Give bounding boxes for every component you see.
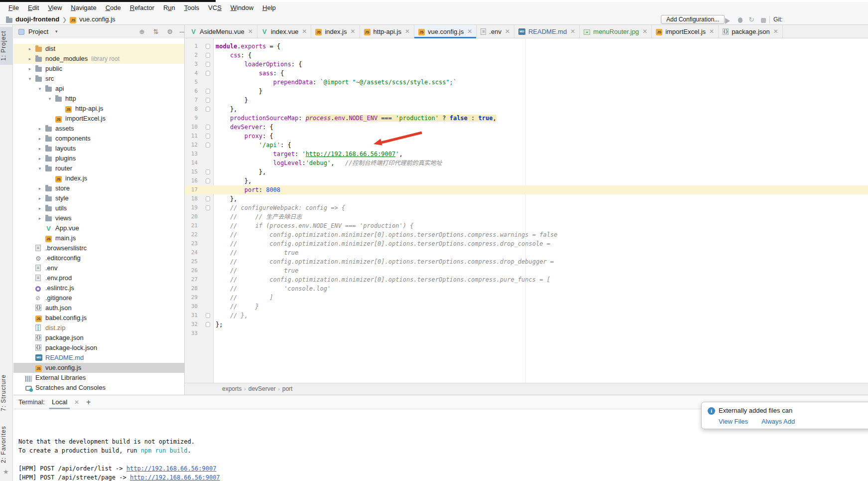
code-line-5[interactable]: 5 prependData: `@import "~@/assets/scss/… (185, 78, 868, 87)
stop-icon[interactable] (761, 18, 766, 23)
fold-marker[interactable] (206, 322, 210, 327)
code-line-8[interactable]: 8 }, (185, 105, 868, 114)
code-line-33[interactable]: 33 (185, 329, 868, 338)
chevron-collapsed-icon[interactable]: ▸ (26, 64, 33, 74)
chevron-down-icon[interactable]: ▾ (55, 25, 58, 38)
tree-item-babel.config.js[interactable]: JSbabel.config.js (13, 313, 184, 323)
line-number[interactable]: 26 (185, 266, 198, 275)
chevron-collapsed-icon[interactable]: ▸ (36, 203, 43, 213)
line-number[interactable]: 27 (185, 275, 198, 284)
always-add-link[interactable]: Always Add (761, 418, 795, 425)
tree-item-dist.zip[interactable]: dist.zip (13, 323, 184, 333)
tree-item-components[interactable]: ▸components (13, 134, 184, 144)
fold-marker[interactable] (206, 178, 210, 183)
terminal-title[interactable]: Terminal: (18, 395, 45, 409)
tree-item-index.js[interactable]: JSindex.js (13, 173, 184, 183)
close-icon[interactable]: ✕ (74, 395, 79, 409)
tree-item-plugins[interactable]: ▸plugins (13, 154, 184, 163)
code-editor[interactable]: 1module.exports = {2 css: {3 loaderOptio… (185, 39, 868, 383)
tree-item-store[interactable]: ▸store (13, 183, 184, 193)
line-number[interactable]: 8 (185, 105, 198, 114)
terminal-link[interactable]: http://192.168.66.56:9007 (126, 465, 217, 472)
code-line-28[interactable]: 28 // 'console.log' (185, 284, 868, 293)
fold-marker[interactable] (206, 313, 210, 318)
tool-button-favorites[interactable]: 2: Favorites (0, 423, 13, 467)
project-panel-title[interactable]: Project (28, 25, 48, 38)
code-line-17[interactable]: 17 port: 8008 (185, 185, 868, 194)
tree-item-README.md[interactable]: MDREADME.md (13, 353, 184, 363)
tree-item-.browserslistrc[interactable]: ≡.browserslistrc (13, 243, 184, 253)
code-line-13[interactable]: 13 target: 'http://192.168.66.56:9007', (185, 150, 868, 159)
line-number[interactable]: 17 (185, 185, 198, 194)
tree-item-assets[interactable]: ▸assets (13, 124, 184, 134)
line-number[interactable]: 11 (185, 132, 198, 141)
chevron-collapsed-icon[interactable]: ▸ (36, 183, 43, 193)
tab-close-icon[interactable]: ✕ (302, 28, 307, 35)
editor-tab-index.vue[interactable]: Vindex.vue✕ (257, 25, 312, 38)
terminal-tab-local[interactable]: Local (49, 395, 70, 409)
tree-item-dist[interactable]: ▸dist (13, 44, 184, 54)
tree-item-api[interactable]: ▾api (13, 84, 184, 94)
chevron-expanded-icon[interactable]: ▾ (36, 84, 43, 94)
line-number[interactable]: 14 (185, 159, 198, 167)
favorites-star-icon[interactable]: ★ (3, 468, 9, 476)
tree-item-importExcel.js[interactable]: JSimportExcel.js (13, 114, 184, 124)
menu-run[interactable]: Run (159, 2, 180, 14)
tab-close-icon[interactable]: ✕ (350, 28, 355, 35)
fold-marker[interactable] (206, 44, 210, 49)
breadcrumb-file[interactable]: vue.config.js (79, 14, 115, 25)
editor-tab-http-api.js[interactable]: JShttp-api.js✕ (360, 25, 414, 38)
new-terminal-icon[interactable]: + (86, 395, 91, 409)
tab-close-icon[interactable]: ✕ (467, 28, 472, 35)
tree-item-http-api.js[interactable]: JShttp-api.js (13, 104, 184, 114)
line-number[interactable]: 18 (185, 194, 198, 203)
breadcrumb-project[interactable]: duoji-frontend (15, 14, 59, 25)
tree-item-main.js[interactable]: JSmain.js (13, 233, 184, 243)
code-line-1[interactable]: 1module.exports = { (185, 42, 868, 51)
code-line-12[interactable]: 12 '/api': { (185, 141, 868, 150)
menu-view[interactable]: View (43, 2, 66, 14)
settings-gear-icon[interactable]: ⚙ (165, 25, 175, 38)
code-line-16[interactable]: 16 }, (185, 176, 868, 185)
git-widget[interactable]: Git: (773, 14, 783, 25)
editor-tab-AsideMenu.vue[interactable]: VAsideMenu.vue✕ (186, 25, 257, 38)
tab-close-icon[interactable]: ✕ (570, 28, 575, 35)
line-number[interactable]: 2 (185, 51, 198, 60)
code-line-9[interactable]: 9 productionSourceMap: process.env.NODE_… (185, 114, 868, 123)
editor-tab-.env[interactable]: ≡.env✕ (477, 25, 514, 38)
tree-item-External Libraries[interactable]: External Libraries (13, 373, 184, 383)
tree-item-package-lock.json[interactable]: {}package-lock.json (13, 343, 184, 353)
tree-item-http[interactable]: ▾http (13, 94, 184, 104)
line-number[interactable]: 24 (185, 248, 198, 257)
menu-tools[interactable]: Tools (180, 2, 204, 14)
tree-item-.env.prod[interactable]: ≡.env.prod (13, 273, 184, 283)
code-line-26[interactable]: 26 // true (185, 266, 868, 275)
run-icon[interactable] (725, 18, 730, 24)
editor-tab-vue.config.js[interactable]: JSvue.config.js✕ (414, 25, 477, 38)
menu-code[interactable]: Code (101, 2, 125, 14)
tree-item-.editorconfig[interactable]: ⚙.editorconfig (13, 253, 184, 263)
line-number[interactable]: 1 (185, 42, 198, 51)
debug-icon[interactable] (738, 17, 743, 23)
fold-marker[interactable] (206, 205, 210, 210)
tab-close-icon[interactable]: ✕ (773, 28, 778, 35)
code-line-15[interactable]: 15 }, (185, 167, 868, 176)
line-number[interactable]: 3 (185, 60, 198, 69)
tool-button-project[interactable]: 1: Project (0, 27, 13, 65)
chevron-expanded-icon[interactable]: ▾ (36, 163, 43, 173)
fold-marker[interactable] (206, 53, 210, 58)
code-line-11[interactable]: 11 proxy: { (185, 132, 868, 141)
code-line-30[interactable]: 30 // } (185, 302, 868, 311)
collapse-all-icon[interactable]: ⇅ (151, 25, 161, 38)
menu-help[interactable]: Help (258, 2, 280, 14)
tree-item-package.json[interactable]: {}package.json (13, 333, 184, 343)
fold-marker[interactable] (206, 98, 210, 103)
line-number[interactable]: 23 (185, 239, 198, 248)
line-number[interactable]: 22 (185, 230, 198, 239)
line-number[interactable]: 13 (185, 150, 198, 159)
chevron-expanded-icon[interactable]: ▾ (46, 94, 53, 104)
fold-marker[interactable] (206, 134, 210, 139)
line-number[interactable]: 5 (185, 78, 198, 87)
tree-item-src[interactable]: ▾src (13, 74, 184, 84)
code-line-31[interactable]: 31 // }, (185, 311, 868, 320)
